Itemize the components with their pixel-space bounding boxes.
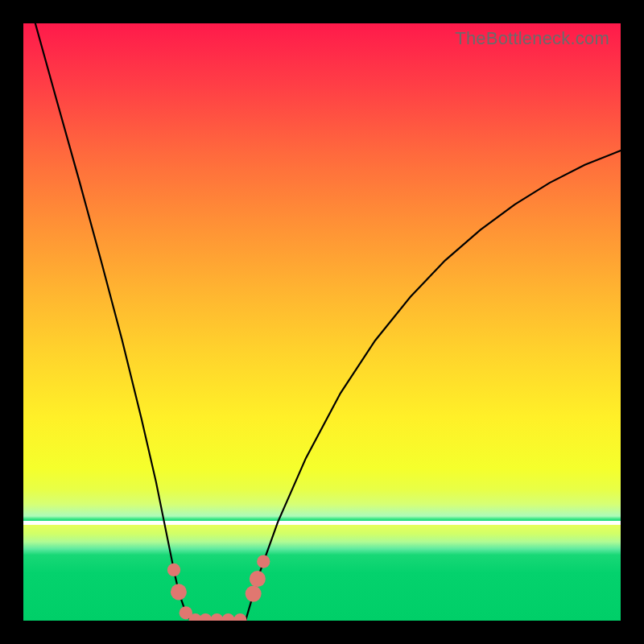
- highlight-dot: [246, 586, 262, 602]
- highlight-dot: [221, 613, 234, 621]
- highlight-dot: [210, 613, 223, 621]
- curve-svg: [23, 23, 621, 621]
- highlight-dot: [250, 571, 266, 587]
- highlight-dots-group: [167, 555, 270, 621]
- plot-area: TheBottleneck.com: [23, 23, 621, 621]
- highlight-dot: [257, 555, 270, 568]
- highlight-dot: [167, 564, 180, 576]
- curve-left-branch: [35, 23, 191, 621]
- curve-right-branch: [246, 151, 621, 621]
- highlight-dot: [233, 613, 246, 621]
- highlight-dot: [199, 613, 212, 621]
- highlight-dot: [171, 584, 187, 600]
- stage: TheBottleneck.com: [0, 0, 644, 644]
